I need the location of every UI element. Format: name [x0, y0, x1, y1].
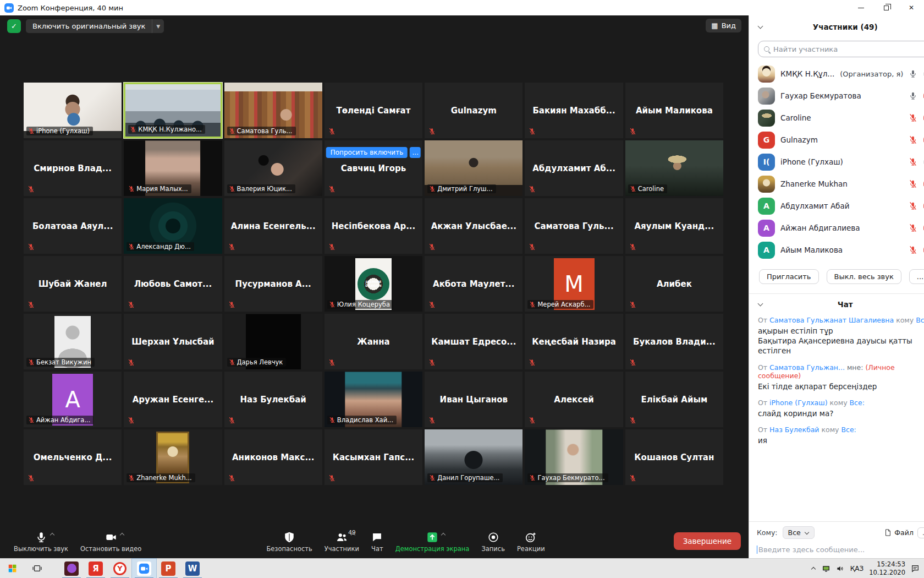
participant-av-status[interactable] — [909, 223, 924, 233]
invite-button[interactable]: Пригласить — [759, 269, 818, 284]
participants-collapse-icon[interactable] — [758, 24, 763, 29]
participant-tile[interactable]: КМҚК Н.Кулжано... — [124, 83, 222, 138]
close-button[interactable]: ✕ — [899, 0, 924, 15]
chat-more-button[interactable]: ... — [917, 527, 924, 538]
participant-search[interactable] — [758, 41, 924, 57]
participant-tile[interactable]: Саматова Гуль... — [224, 83, 322, 138]
tray-expand-icon[interactable] — [811, 566, 816, 571]
action-center-icon[interactable] — [911, 564, 920, 573]
toolbar-mic-button[interactable]: Выключить звук — [8, 524, 74, 558]
minimize-button[interactable] — [848, 0, 873, 15]
participant-tile[interactable]: JASMINE DRAGON Юлия Коцеруба — [324, 256, 422, 312]
participant-av-status[interactable] — [909, 135, 924, 145]
participant-tile[interactable]: Саматова Гуль... — [525, 198, 623, 254]
toolbar-camera-button[interactable]: Остановить видео — [74, 524, 147, 558]
participant-tile[interactable]: Төленді Самғат — [324, 83, 422, 138]
participant-tile[interactable]: Алина Есенгель... — [224, 198, 322, 254]
participant-tile[interactable]: Несіпбекова Ар... — [324, 198, 422, 254]
participant-tile[interactable]: Аружан Есенге... — [124, 372, 222, 427]
end-meeting-button[interactable]: Завершение — [674, 532, 741, 550]
participant-tile[interactable]: Владислав Хай... — [324, 372, 422, 427]
original-sound-caret-icon[interactable]: ▼ — [152, 19, 164, 33]
participant-tile[interactable]: Камшат Едресо... — [425, 314, 522, 369]
participant-tile[interactable]: Шубай Жанел — [24, 256, 122, 312]
participant-tile[interactable]: Наз Булекбай — [224, 372, 322, 427]
participant-tile[interactable]: Болатоаа Аяул... — [24, 198, 122, 254]
speaker-icon[interactable] — [836, 564, 845, 573]
participant-row[interactable]: Caroline — [749, 107, 924, 129]
participant-tile[interactable]: Елікбай Айым — [625, 372, 723, 427]
toolbar-shield-button[interactable]: Безопасность — [260, 524, 318, 558]
yandex-music-taskbar-button[interactable] — [59, 559, 84, 578]
ask-unmute-button[interactable]: Попросить включить — [326, 147, 408, 158]
participant-tile[interactable]: Аниконов Макс... — [224, 429, 322, 485]
participant-tile[interactable]: Gulnazym — [425, 83, 522, 138]
chevron-up-icon[interactable] — [51, 532, 54, 536]
participant-tile[interactable]: Данил Горупаше... — [425, 429, 522, 485]
participant-row[interactable]: Zhanerke Mukhan — [749, 173, 924, 195]
participant-tile[interactable]: Савчиц ИгорьПопросить включить... — [324, 140, 422, 196]
participants-more-button[interactable]: ... — [909, 269, 924, 284]
participant-tile[interactable]: Касымхан Гапс... — [324, 429, 422, 485]
participant-tile[interactable]: Гаухар Бекмурато... — [525, 429, 623, 485]
participant-row[interactable]: КМҚК Н.Құл...(Организатор, я) — [749, 63, 924, 85]
chevron-up-icon[interactable] — [120, 532, 124, 536]
yandex-browser-taskbar-button[interactable]: Y — [108, 559, 132, 578]
participant-tile[interactable]: Айым Маликова — [625, 83, 723, 138]
task-view-button[interactable] — [25, 559, 50, 578]
toolbar-people-button[interactable]: 49 Участники — [318, 524, 365, 558]
ask-unmute-more-button[interactable]: ... — [410, 147, 421, 158]
word-taskbar-button[interactable]: W — [180, 559, 205, 578]
participant-tile[interactable]: Zhanerke Mukh... — [124, 429, 222, 485]
participant-tile[interactable]: Дарья Левчук — [224, 314, 322, 369]
chat-input[interactable]: Введите здесь сообщение... — [749, 541, 924, 558]
participant-av-status[interactable] — [909, 201, 924, 211]
participant-row[interactable]: AАйжан Абдигалиева — [749, 217, 924, 239]
participant-tile[interactable]: Александр Дю... — [124, 198, 222, 254]
toolbar-record-button[interactable]: Запись — [475, 524, 511, 558]
participant-tile[interactable]: Кеңесбай Назира — [525, 314, 623, 369]
participant-tile[interactable]: Акжан Улысбае... — [425, 198, 522, 254]
powerpoint-taskbar-button[interactable]: P — [156, 559, 180, 578]
participant-av-status[interactable] — [909, 246, 924, 255]
participant-tile[interactable]: Алибек — [625, 256, 723, 312]
original-sound-button[interactable]: Включить оригинальный звук ▼ — [26, 19, 164, 33]
start-button[interactable] — [0, 559, 25, 578]
participant-av-status[interactable] — [909, 179, 924, 189]
participant-row[interactable]: AАйым Маликова — [749, 239, 924, 261]
participant-tile[interactable]: Акбота Маулет... — [425, 256, 522, 312]
language-indicator[interactable]: ҚАЗ — [850, 565, 864, 572]
view-button[interactable]: ▦ Вид — [706, 19, 741, 32]
zoom-taskbar-button[interactable] — [132, 559, 156, 578]
participant-row[interactable]: GGulnazym — [749, 129, 924, 151]
chevron-up-icon[interactable] — [351, 532, 355, 536]
search-input[interactable] — [773, 45, 924, 53]
participant-tile[interactable]: Букалов Влади... — [625, 314, 723, 369]
participant-tile[interactable]: Жанна — [324, 314, 422, 369]
participant-tile[interactable]: Смирнов Влад... — [24, 140, 122, 196]
chat-file-button[interactable]: Файл — [884, 528, 914, 537]
participant-av-status[interactable] — [909, 91, 924, 101]
participant-tile[interactable]: Любовь Самот... — [124, 256, 222, 312]
participant-tile[interactable]: Мария Малых... — [124, 140, 222, 196]
yandex-taskbar-button[interactable]: Я — [84, 559, 108, 578]
participant-tile[interactable]: Бекзат Викужин — [24, 314, 122, 369]
participant-row[interactable]: Гаухар Бекмуратова — [749, 85, 924, 107]
participant-tile[interactable]: Пусурманов А... — [224, 256, 322, 312]
participant-av-status[interactable] — [909, 113, 924, 123]
participant-tile[interactable]: Омельченко Д... — [24, 429, 122, 485]
participant-tile[interactable]: Дмитрий Глуш... — [425, 140, 522, 196]
clock[interactable]: 15:24:53 10.12.2020 — [869, 560, 905, 576]
participant-tile[interactable]: Кошанов Султан — [625, 429, 723, 485]
participant-tile[interactable]: Caroline — [625, 140, 723, 196]
participant-tile[interactable]: A Айжан Абдига... — [24, 372, 122, 427]
participant-av-status[interactable] — [909, 69, 924, 79]
toolbar-share-button[interactable]: Демонстрация экрана — [389, 524, 476, 558]
participant-tile[interactable]: Алексей — [525, 372, 623, 427]
participant-row[interactable]: I(iPhone (Гулхаш) — [749, 151, 924, 173]
participant-tile[interactable]: Аяулым Куанд... — [625, 198, 723, 254]
toolbar-smile-button[interactable]: Реакции — [511, 524, 551, 558]
chat-recipient-dropdown[interactable]: Все — [783, 526, 815, 539]
participant-av-status[interactable] — [909, 157, 924, 167]
participant-tile[interactable]: M Мерей Аскарб... — [525, 256, 623, 312]
